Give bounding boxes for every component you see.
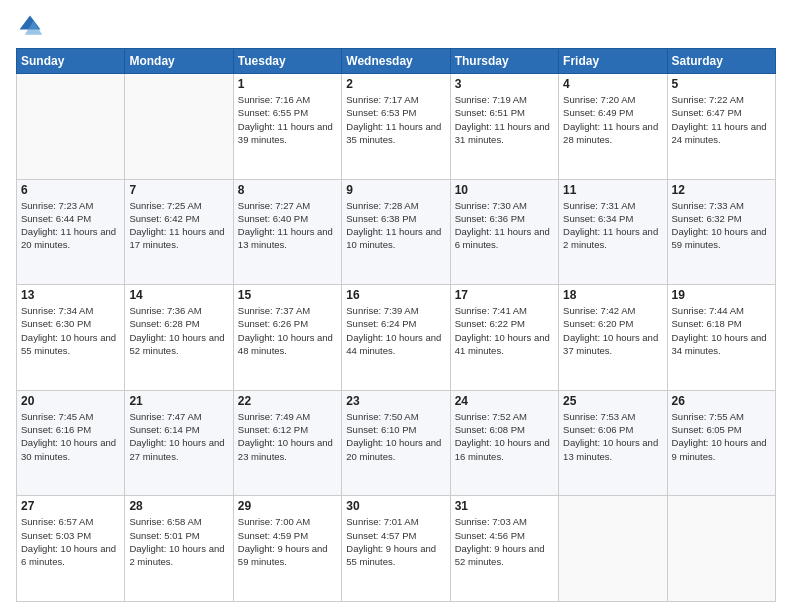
day-number: 18 xyxy=(563,288,662,302)
calendar-cell: 4Sunrise: 7:20 AMSunset: 6:49 PMDaylight… xyxy=(559,74,667,180)
day-info: Sunrise: 7:19 AMSunset: 6:51 PMDaylight:… xyxy=(455,93,554,146)
calendar-cell: 8Sunrise: 7:27 AMSunset: 6:40 PMDaylight… xyxy=(233,179,341,285)
page-header xyxy=(16,12,776,40)
day-number: 28 xyxy=(129,499,228,513)
day-info: Sunrise: 7:44 AMSunset: 6:18 PMDaylight:… xyxy=(672,304,771,357)
calendar-cell: 15Sunrise: 7:37 AMSunset: 6:26 PMDayligh… xyxy=(233,285,341,391)
calendar-cell: 25Sunrise: 7:53 AMSunset: 6:06 PMDayligh… xyxy=(559,390,667,496)
day-info: Sunrise: 7:17 AMSunset: 6:53 PMDaylight:… xyxy=(346,93,445,146)
calendar-cell xyxy=(17,74,125,180)
calendar-cell: 1Sunrise: 7:16 AMSunset: 6:55 PMDaylight… xyxy=(233,74,341,180)
weekday-wednesday: Wednesday xyxy=(342,49,450,74)
day-number: 23 xyxy=(346,394,445,408)
day-number: 9 xyxy=(346,183,445,197)
day-info: Sunrise: 7:30 AMSunset: 6:36 PMDaylight:… xyxy=(455,199,554,252)
day-info: Sunrise: 7:47 AMSunset: 6:14 PMDaylight:… xyxy=(129,410,228,463)
day-number: 2 xyxy=(346,77,445,91)
day-number: 19 xyxy=(672,288,771,302)
day-info: Sunrise: 7:42 AMSunset: 6:20 PMDaylight:… xyxy=(563,304,662,357)
calendar-table: SundayMondayTuesdayWednesdayThursdayFrid… xyxy=(16,48,776,602)
day-info: Sunrise: 7:45 AMSunset: 6:16 PMDaylight:… xyxy=(21,410,120,463)
day-number: 30 xyxy=(346,499,445,513)
week-row-4: 20Sunrise: 7:45 AMSunset: 6:16 PMDayligh… xyxy=(17,390,776,496)
day-number: 7 xyxy=(129,183,228,197)
week-row-1: 1Sunrise: 7:16 AMSunset: 6:55 PMDaylight… xyxy=(17,74,776,180)
day-info: Sunrise: 7:37 AMSunset: 6:26 PMDaylight:… xyxy=(238,304,337,357)
week-row-5: 27Sunrise: 6:57 AMSunset: 5:03 PMDayligh… xyxy=(17,496,776,602)
day-number: 1 xyxy=(238,77,337,91)
logo xyxy=(16,12,48,40)
calendar-cell: 28Sunrise: 6:58 AMSunset: 5:01 PMDayligh… xyxy=(125,496,233,602)
weekday-header-row: SundayMondayTuesdayWednesdayThursdayFrid… xyxy=(17,49,776,74)
calendar-cell: 2Sunrise: 7:17 AMSunset: 6:53 PMDaylight… xyxy=(342,74,450,180)
calendar-cell: 21Sunrise: 7:47 AMSunset: 6:14 PMDayligh… xyxy=(125,390,233,496)
day-info: Sunrise: 7:41 AMSunset: 6:22 PMDaylight:… xyxy=(455,304,554,357)
day-info: Sunrise: 7:33 AMSunset: 6:32 PMDaylight:… xyxy=(672,199,771,252)
day-info: Sunrise: 7:25 AMSunset: 6:42 PMDaylight:… xyxy=(129,199,228,252)
day-info: Sunrise: 7:27 AMSunset: 6:40 PMDaylight:… xyxy=(238,199,337,252)
calendar-cell: 22Sunrise: 7:49 AMSunset: 6:12 PMDayligh… xyxy=(233,390,341,496)
calendar-cell: 29Sunrise: 7:00 AMSunset: 4:59 PMDayligh… xyxy=(233,496,341,602)
day-number: 15 xyxy=(238,288,337,302)
calendar-page: SundayMondayTuesdayWednesdayThursdayFrid… xyxy=(0,0,792,612)
day-info: Sunrise: 7:50 AMSunset: 6:10 PMDaylight:… xyxy=(346,410,445,463)
calendar-cell: 10Sunrise: 7:30 AMSunset: 6:36 PMDayligh… xyxy=(450,179,558,285)
calendar-cell: 14Sunrise: 7:36 AMSunset: 6:28 PMDayligh… xyxy=(125,285,233,391)
calendar-cell: 26Sunrise: 7:55 AMSunset: 6:05 PMDayligh… xyxy=(667,390,775,496)
day-info: Sunrise: 7:16 AMSunset: 6:55 PMDaylight:… xyxy=(238,93,337,146)
day-info: Sunrise: 7:28 AMSunset: 6:38 PMDaylight:… xyxy=(346,199,445,252)
calendar-cell xyxy=(667,496,775,602)
day-number: 24 xyxy=(455,394,554,408)
day-number: 5 xyxy=(672,77,771,91)
calendar-cell: 16Sunrise: 7:39 AMSunset: 6:24 PMDayligh… xyxy=(342,285,450,391)
day-number: 31 xyxy=(455,499,554,513)
day-info: Sunrise: 7:01 AMSunset: 4:57 PMDaylight:… xyxy=(346,515,445,568)
day-number: 17 xyxy=(455,288,554,302)
logo-icon xyxy=(16,12,44,40)
calendar-cell: 19Sunrise: 7:44 AMSunset: 6:18 PMDayligh… xyxy=(667,285,775,391)
day-info: Sunrise: 7:20 AMSunset: 6:49 PMDaylight:… xyxy=(563,93,662,146)
day-number: 26 xyxy=(672,394,771,408)
weekday-friday: Friday xyxy=(559,49,667,74)
day-info: Sunrise: 7:23 AMSunset: 6:44 PMDaylight:… xyxy=(21,199,120,252)
day-info: Sunrise: 7:00 AMSunset: 4:59 PMDaylight:… xyxy=(238,515,337,568)
day-number: 22 xyxy=(238,394,337,408)
day-info: Sunrise: 7:55 AMSunset: 6:05 PMDaylight:… xyxy=(672,410,771,463)
calendar-cell: 11Sunrise: 7:31 AMSunset: 6:34 PMDayligh… xyxy=(559,179,667,285)
day-number: 6 xyxy=(21,183,120,197)
calendar-cell: 31Sunrise: 7:03 AMSunset: 4:56 PMDayligh… xyxy=(450,496,558,602)
weekday-sunday: Sunday xyxy=(17,49,125,74)
calendar-cell: 18Sunrise: 7:42 AMSunset: 6:20 PMDayligh… xyxy=(559,285,667,391)
day-number: 11 xyxy=(563,183,662,197)
day-number: 25 xyxy=(563,394,662,408)
day-number: 21 xyxy=(129,394,228,408)
day-info: Sunrise: 7:39 AMSunset: 6:24 PMDaylight:… xyxy=(346,304,445,357)
calendar-cell: 24Sunrise: 7:52 AMSunset: 6:08 PMDayligh… xyxy=(450,390,558,496)
calendar-cell: 3Sunrise: 7:19 AMSunset: 6:51 PMDaylight… xyxy=(450,74,558,180)
day-number: 12 xyxy=(672,183,771,197)
weekday-monday: Monday xyxy=(125,49,233,74)
calendar-cell: 20Sunrise: 7:45 AMSunset: 6:16 PMDayligh… xyxy=(17,390,125,496)
day-number: 16 xyxy=(346,288,445,302)
calendar-cell: 5Sunrise: 7:22 AMSunset: 6:47 PMDaylight… xyxy=(667,74,775,180)
calendar-cell: 23Sunrise: 7:50 AMSunset: 6:10 PMDayligh… xyxy=(342,390,450,496)
calendar-cell xyxy=(559,496,667,602)
day-number: 14 xyxy=(129,288,228,302)
day-info: Sunrise: 6:57 AMSunset: 5:03 PMDaylight:… xyxy=(21,515,120,568)
day-number: 20 xyxy=(21,394,120,408)
calendar-cell: 9Sunrise: 7:28 AMSunset: 6:38 PMDaylight… xyxy=(342,179,450,285)
day-info: Sunrise: 7:49 AMSunset: 6:12 PMDaylight:… xyxy=(238,410,337,463)
day-info: Sunrise: 7:36 AMSunset: 6:28 PMDaylight:… xyxy=(129,304,228,357)
day-info: Sunrise: 7:53 AMSunset: 6:06 PMDaylight:… xyxy=(563,410,662,463)
day-info: Sunrise: 7:31 AMSunset: 6:34 PMDaylight:… xyxy=(563,199,662,252)
calendar-cell: 13Sunrise: 7:34 AMSunset: 6:30 PMDayligh… xyxy=(17,285,125,391)
day-number: 3 xyxy=(455,77,554,91)
weekday-tuesday: Tuesday xyxy=(233,49,341,74)
week-row-3: 13Sunrise: 7:34 AMSunset: 6:30 PMDayligh… xyxy=(17,285,776,391)
calendar-cell: 17Sunrise: 7:41 AMSunset: 6:22 PMDayligh… xyxy=(450,285,558,391)
calendar-cell xyxy=(125,74,233,180)
day-number: 13 xyxy=(21,288,120,302)
weekday-saturday: Saturday xyxy=(667,49,775,74)
calendar-cell: 7Sunrise: 7:25 AMSunset: 6:42 PMDaylight… xyxy=(125,179,233,285)
day-number: 8 xyxy=(238,183,337,197)
